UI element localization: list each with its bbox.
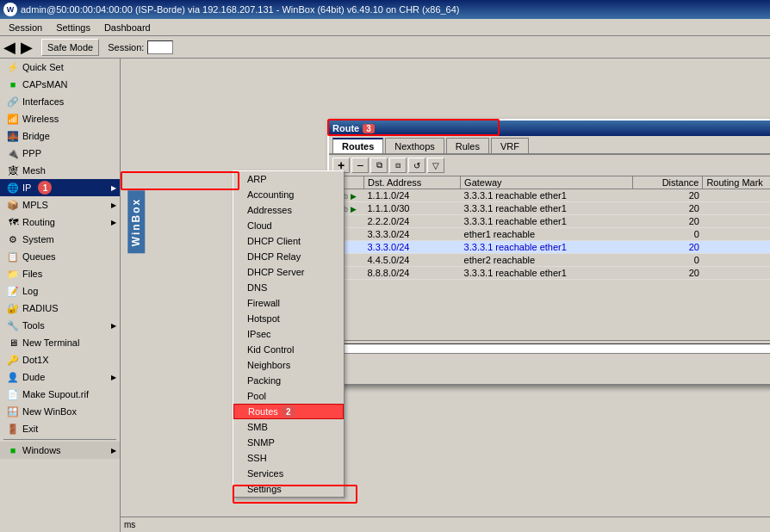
dropdown-neighbors[interactable]: Neighbors bbox=[233, 357, 344, 373]
dropdown-dhcp-client[interactable]: DHCP Client bbox=[233, 233, 344, 249]
wireless-icon: 📶 bbox=[7, 113, 19, 125]
row-dst: 8.8.8.0/24 bbox=[364, 267, 461, 280]
sidebar: ⚡ Quick Set ■ CAPsMAN 🔗 Interfaces 📶 Wir… bbox=[0, 59, 121, 532]
sidebar-item-ip[interactable]: 🌐 IP 1 bbox=[0, 179, 120, 196]
dropdown-snmp[interactable]: SNMP bbox=[233, 435, 344, 450]
bottom-status: ms bbox=[124, 520, 135, 529]
paste-route-button[interactable]: ⧈ bbox=[389, 158, 407, 173]
dropdown-smb[interactable]: SMB bbox=[233, 419, 344, 435]
red-outline-1 bbox=[121, 171, 239, 190]
row-gateway: 3.3.3.1 reachable ether1 bbox=[461, 267, 633, 280]
row-gateway: 3.3.3.1 reachable ether1 bbox=[461, 215, 633, 228]
dropdown-ssh[interactable]: SSH bbox=[233, 450, 344, 466]
sidebar-separator bbox=[3, 439, 116, 440]
table-row[interactable]: ▶ 4.4.5.0/24 ether2 reachable 0 4.4.5.25… bbox=[330, 254, 771, 267]
col-gateway[interactable]: Gateway bbox=[461, 176, 633, 189]
sidebar-item-radius[interactable]: 🔐 RADIUS bbox=[0, 300, 120, 317]
row-distance: 20 bbox=[633, 202, 703, 215]
row-distance: 0 bbox=[633, 228, 703, 241]
copy-route-button[interactable]: ⧉ bbox=[370, 158, 388, 173]
dropdown-kid-control[interactable]: Kid Control bbox=[233, 342, 344, 357]
nav-back-icon[interactable]: ◀ bbox=[3, 38, 16, 57]
sidebar-item-system[interactable]: ⚙ System bbox=[0, 231, 120, 248]
sidebar-item-mesh[interactable]: 🕸 Mesh bbox=[0, 162, 120, 179]
sidebar-item-files[interactable]: 📁 Files bbox=[0, 265, 120, 282]
dropdown-arp[interactable]: ARP bbox=[233, 171, 344, 187]
log-icon: 📝 bbox=[7, 285, 19, 297]
dropdown-packing[interactable]: Packing bbox=[233, 373, 344, 388]
dropdown-cloud[interactable]: Cloud bbox=[233, 218, 344, 233]
sidebar-item-routing[interactable]: 🗺 Routing bbox=[0, 213, 120, 231]
menu-dashboard[interactable]: Dashboard bbox=[97, 21, 158, 34]
dropdown-firewall[interactable]: Firewall bbox=[233, 295, 344, 311]
col-routing-mark[interactable]: Routing Mark bbox=[703, 176, 770, 189]
sidebar-item-exit[interactable]: 🚪 Exit bbox=[0, 420, 120, 437]
content-area: ARP Accounting Addresses Cloud DHCP Clie… bbox=[121, 59, 770, 532]
horizontal-scrollbar[interactable] bbox=[332, 343, 770, 354]
col-dst[interactable]: Dst. Address bbox=[364, 176, 461, 189]
dropdown-accounting[interactable]: Accounting bbox=[233, 187, 344, 202]
sidebar-item-queues[interactable]: 📋 Queues bbox=[0, 248, 120, 265]
tab-routes[interactable]: Routes bbox=[332, 138, 383, 153]
sidebar-item-tools[interactable]: 🔧 Tools bbox=[0, 317, 120, 334]
sidebar-item-windows[interactable]: ■ Windows bbox=[0, 442, 120, 459]
sidebar-item-new-winbox[interactable]: 🪟 New WinBox bbox=[0, 403, 120, 420]
col-distance[interactable]: Distance bbox=[633, 176, 703, 189]
row-dst: 1.1.1.0/24 bbox=[364, 189, 461, 202]
dropdown-hotspot[interactable]: Hotspot bbox=[233, 311, 344, 326]
tab-rules[interactable]: Rules bbox=[446, 138, 489, 153]
title-text: admin@50:00:00:04:00:00 (ISP-Borde) via … bbox=[21, 4, 460, 15]
safe-mode-button[interactable]: Safe Mode bbox=[41, 39, 99, 56]
bridge-icon: 🌉 bbox=[7, 130, 19, 142]
table-row[interactable]: ▶ 2.2.2.0/24 3.3.3.1 reachable ether1 20 bbox=[330, 215, 771, 228]
sidebar-item-interfaces[interactable]: 🔗 Interfaces bbox=[0, 93, 120, 110]
dropdown-dhcp-relay[interactable]: DHCP Relay bbox=[233, 249, 344, 264]
menu-bar: Session Settings Dashboard bbox=[0, 19, 770, 36]
row-routing-mark bbox=[703, 267, 770, 280]
dropdown-addresses[interactable]: Addresses bbox=[233, 202, 344, 218]
dropdown-settings[interactable]: Settings bbox=[233, 481, 344, 497]
dropdown-services[interactable]: Services bbox=[233, 466, 344, 481]
tab-nexthops[interactable]: Nexthops bbox=[385, 138, 444, 153]
table-row[interactable]: ▶ 3.3.3.0/24 ether1 reachable 0 3.3.3.2 bbox=[330, 228, 771, 241]
sidebar-item-capsman[interactable]: ■ CAPsMAN bbox=[0, 76, 120, 93]
table-row[interactable]: ▶ 3.3.3.0/24 3.3.3.1 reachable ether1 20 bbox=[330, 241, 771, 254]
nav-forward-icon[interactable]: ▶ bbox=[21, 38, 33, 57]
sidebar-item-mpls[interactable]: 📦 MPLS bbox=[0, 196, 120, 213]
dude-icon: 👤 bbox=[7, 371, 19, 383]
exit-icon: 🚪 bbox=[7, 423, 19, 435]
dropdown-routes[interactable]: Routes 2 bbox=[233, 404, 344, 419]
filter-button[interactable]: ▽ bbox=[427, 158, 444, 173]
row-gateway: ether1 reachable bbox=[461, 228, 633, 241]
menu-session[interactable]: Session bbox=[2, 21, 49, 34]
sidebar-item-ppp[interactable]: 🔌 PPP bbox=[0, 145, 120, 162]
table-row[interactable]: DAb ▶ 1.1.1.0/30 3.3.3.1 reachable ether… bbox=[330, 202, 771, 215]
dropdown-dns[interactable]: DNS bbox=[233, 280, 344, 295]
sidebar-item-dude[interactable]: 👤 Dude bbox=[0, 368, 120, 386]
dropdown-ipsec[interactable]: IPsec bbox=[233, 326, 344, 342]
route-window-badge: 3 bbox=[363, 124, 375, 133]
sidebar-item-quick-set[interactable]: ⚡ Quick Set bbox=[0, 59, 120, 76]
sidebar-item-wireless[interactable]: 📶 Wireless bbox=[0, 110, 120, 127]
table-row[interactable]: ▶ 8.8.8.0/24 3.3.3.1 reachable ether1 20 bbox=[330, 267, 771, 280]
table-row[interactable]: DAb ▶ 1.1.1.0/24 3.3.3.1 reachable ether… bbox=[330, 189, 771, 202]
sidebar-item-new-terminal[interactable]: 🖥 New Terminal bbox=[0, 334, 120, 351]
terminal-icon: 🖥 bbox=[7, 337, 19, 349]
sidebar-item-bridge[interactable]: 🌉 Bridge bbox=[0, 127, 120, 145]
routing-icon: 🗺 bbox=[7, 216, 19, 228]
sidebar-item-log[interactable]: 📝 Log bbox=[0, 282, 120, 300]
session-label: Session: bbox=[108, 42, 144, 53]
menu-settings[interactable]: Settings bbox=[49, 21, 97, 34]
row-dst: 3.3.3.0/24 bbox=[364, 241, 461, 254]
row-routing-mark bbox=[703, 202, 770, 215]
dropdown-dhcp-server[interactable]: DHCP Server bbox=[233, 264, 344, 280]
sidebar-item-dot1x[interactable]: 🔑 Dot1X bbox=[0, 351, 120, 368]
dropdown-pool[interactable]: Pool bbox=[233, 388, 344, 404]
session-input[interactable] bbox=[147, 40, 173, 54]
sidebar-item-make-supout[interactable]: 📄 Make Supout.rif bbox=[0, 386, 120, 403]
tab-vrf[interactable]: VRF bbox=[491, 138, 529, 153]
reset-route-button[interactable]: ↺ bbox=[408, 158, 425, 173]
route-table-container: Dst. Address Gateway Distance Routing Ma… bbox=[329, 176, 770, 340]
remove-route-button[interactable]: − bbox=[351, 158, 369, 173]
windows-icon: ■ bbox=[7, 444, 19, 456]
